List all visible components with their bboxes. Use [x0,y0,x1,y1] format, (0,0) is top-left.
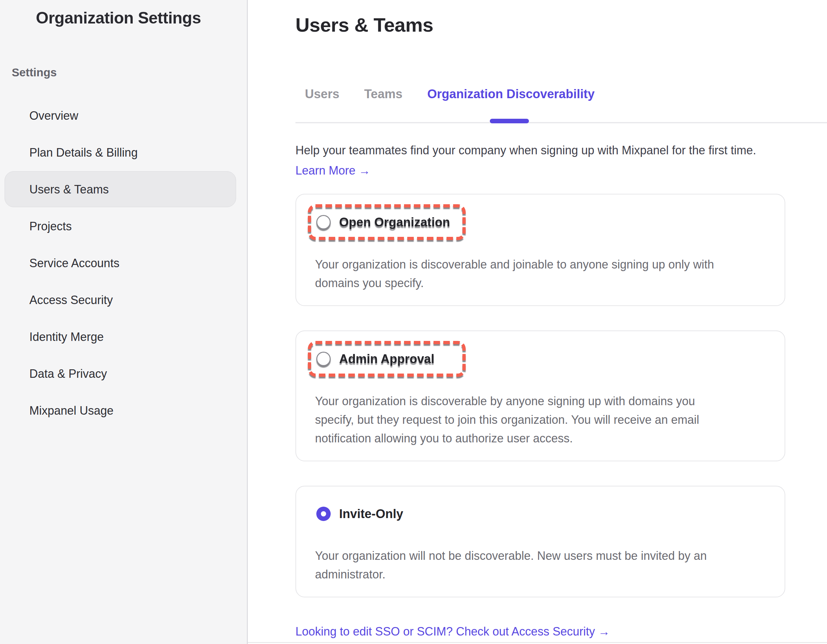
open-organization-radio[interactable] [316,215,331,229]
sidebar-item-identity-merge[interactable]: Identity Merge [0,319,247,355]
tab-users[interactable]: Users [305,87,340,101]
tab-bar: Users Teams Organization Discoverability [305,87,827,101]
settings-section-label: Settings [12,66,247,79]
sidebar-item-label: Overview [30,109,78,123]
users-teams-content: Users & Teams Users Teams Organization D… [248,0,827,644]
sidebar-nav: Overview Plan Details & Billing Users & … [0,97,247,429]
sidebar-item-label: Data & Privacy [30,367,107,381]
settings-sidebar: Organization Settings Settings Overview … [0,0,248,644]
sidebar-item-label: Service Accounts [30,256,119,270]
sidebar-item-overview[interactable]: Overview [0,97,247,134]
option-label[interactable]: Invite-Only [339,507,403,521]
option-label[interactable]: Admin Approval [339,352,434,366]
page-title: Users & Teams [295,14,827,36]
sidebar-item-label: Users & Teams [30,183,109,196]
invite-only-radio[interactable] [316,506,331,521]
option-card-admin-approval: Admin Approval Your organization is disc… [295,330,785,461]
admin-approval-radio[interactable] [316,352,331,366]
sidebar-item-projects[interactable]: Projects [0,208,247,245]
sidebar-item-service-accounts[interactable]: Service Accounts [0,245,247,281]
active-tab-indicator [490,119,529,123]
option-description: Your organization will not be discoverab… [315,547,772,584]
organization-settings-page: Organization Settings Settings Overview … [0,0,827,644]
sidebar-item-data-privacy[interactable]: Data & Privacy [0,355,247,392]
bottom-divider [248,642,827,643]
sidebar-item-label: Projects [30,220,72,233]
option-card-invite-only: Invite-Only Your organization will not b… [295,486,785,597]
option-description: Your organization is discoverable by any… [315,392,772,448]
option-label[interactable]: Open Organization [339,215,450,229]
sidebar-item-label: Plan Details & Billing [30,146,137,159]
annotation-highlight: Open Organization [308,204,466,240]
option-description: Your organization is discoverable and jo… [315,255,772,292]
sidebar-item-label: Identity Merge [30,330,104,344]
sidebar-item-label: Mixpanel Usage [30,404,114,417]
learn-more-link[interactable]: Learn More → [295,164,370,177]
sidebar-item-users-teams[interactable]: Users & Teams [0,171,247,208]
sidebar-item-mixpanel-usage[interactable]: Mixpanel Usage [0,392,247,429]
sidebar-title: Organization Settings [36,8,247,27]
sidebar-item-access-security[interactable]: Access Security [0,281,247,319]
sidebar-item-label: Access Security [30,293,113,307]
option-row: Invite-Only [316,506,785,521]
tab-organization-discoverability[interactable]: Organization Discoverability [427,87,595,101]
access-security-link[interactable]: Looking to edit SSO or SCIM? Check out A… [295,625,610,638]
option-card-open-organization: Open Organization Your organization is d… [295,194,785,306]
annotation-highlight: Admin Approval [308,341,466,377]
tab-divider [295,122,827,123]
sidebar-item-plan-details-billing[interactable]: Plan Details & Billing [0,134,247,171]
tab-teams[interactable]: Teams [364,87,403,101]
discoverability-intro-text: Help your teammates find your company wh… [295,144,827,157]
